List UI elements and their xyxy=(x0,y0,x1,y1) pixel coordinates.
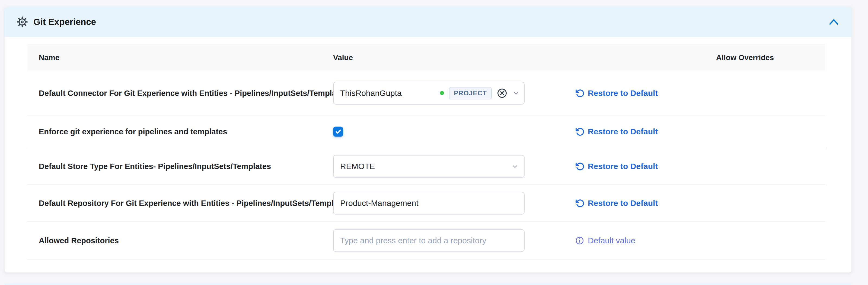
restore-label: Restore to Default xyxy=(588,127,658,136)
restore-icon xyxy=(575,199,584,208)
table-row-default-store-type: Default Store Type For Entities- Pipelin… xyxy=(27,148,825,185)
section-header-git-experience[interactable]: Git Experience xyxy=(5,7,851,37)
restore-to-default-link[interactable]: Restore to Default xyxy=(575,88,658,98)
table-row-default-repository: Default Repository For Git Experience wi… xyxy=(27,185,825,222)
restore-to-default-link[interactable]: Restore to Default xyxy=(575,199,658,208)
setting-label: Enforce git experience for pipelines and… xyxy=(39,127,227,136)
info-icon xyxy=(575,236,584,245)
scope-badge: PROJECT xyxy=(449,87,492,99)
next-section-header-partial xyxy=(5,283,851,285)
restore-icon xyxy=(575,127,584,136)
chevron-up-icon[interactable] xyxy=(829,18,839,26)
store-type-value: REMOTE xyxy=(340,162,375,171)
restore-to-default-link[interactable]: Restore to Default xyxy=(575,127,658,136)
chevron-down-icon xyxy=(511,163,519,170)
restore-label: Restore to Default xyxy=(588,199,658,208)
chevron-down-icon[interactable] xyxy=(513,90,520,97)
git-experience-settings-card: Git Experience Name Value Allow Override… xyxy=(5,7,851,273)
table-row-enforce-git-experience: Enforce git experience for pipelines and… xyxy=(27,115,825,148)
default-value-link[interactable]: Default value xyxy=(575,236,635,245)
setting-label: Default Store Type For Entities- Pipelin… xyxy=(39,162,271,171)
column-header-name: Name xyxy=(39,54,59,62)
allowed-repositories-input[interactable] xyxy=(333,229,525,252)
setting-label: Allowed Repositories xyxy=(39,236,119,245)
restore-icon xyxy=(575,162,584,171)
circle-x-icon[interactable] xyxy=(497,88,507,99)
default-repository-input[interactable] xyxy=(333,192,525,215)
setting-label: Default Connector For Git Experience wit… xyxy=(39,88,348,98)
table-row-default-connector: Default Connector For Git Experience wit… xyxy=(27,71,825,115)
restore-label: Restore to Default xyxy=(588,162,658,171)
table-header-row: Name Value Allow Overrides xyxy=(27,44,825,71)
restore-to-default-link[interactable]: Restore to Default xyxy=(575,162,658,171)
connector-value: ThisRohanGupta xyxy=(340,88,402,98)
settings-table: Name Value Allow Overrides Default Conne… xyxy=(27,44,825,260)
enforce-git-checkbox[interactable] xyxy=(333,127,343,137)
setting-label: Default Repository For Git Experience wi… xyxy=(39,199,349,208)
connector-select[interactable]: ThisRohanGupta PROJECT xyxy=(333,82,525,105)
column-header-value: Value xyxy=(333,54,353,62)
green-dot-icon xyxy=(440,91,444,95)
default-value-label: Default value xyxy=(588,236,635,245)
restore-icon xyxy=(575,88,584,98)
gear-icon xyxy=(17,16,28,28)
table-row-allowed-repositories: Allowed Repositories Default value xyxy=(27,222,825,260)
column-header-allow-overrides: Allow Overrides xyxy=(716,54,774,62)
store-type-dropdown[interactable]: REMOTE xyxy=(333,155,525,178)
section-title: Git Experience xyxy=(33,17,96,27)
restore-label: Restore to Default xyxy=(588,88,658,98)
